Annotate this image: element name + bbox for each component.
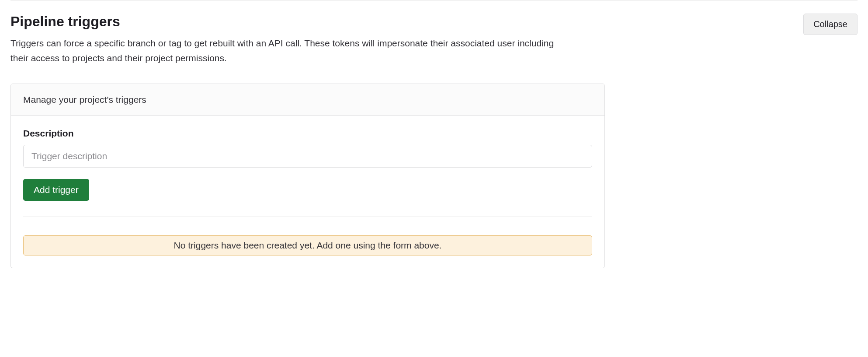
section-header-text: Pipeline triggers Triggers can force a s… [10,14,605,65]
card-header: Manage your project's triggers [11,84,604,116]
description-label: Description [23,128,592,139]
section-title: Pipeline triggers [10,14,605,30]
collapse-button[interactable]: Collapse [803,14,858,35]
triggers-card: Manage your project's triggers Descripti… [10,84,605,268]
empty-state-alert: No triggers have been created yet. Add o… [23,235,592,256]
description-input[interactable] [23,145,592,168]
section-description: Triggers can force a specific branch or … [10,36,570,65]
section-divider [10,0,858,0]
card-body: Description Add trigger No triggers have… [11,116,604,268]
form-divider [23,217,592,217]
add-trigger-button[interactable]: Add trigger [23,179,89,201]
section-header: Pipeline triggers Triggers can force a s… [10,14,858,65]
